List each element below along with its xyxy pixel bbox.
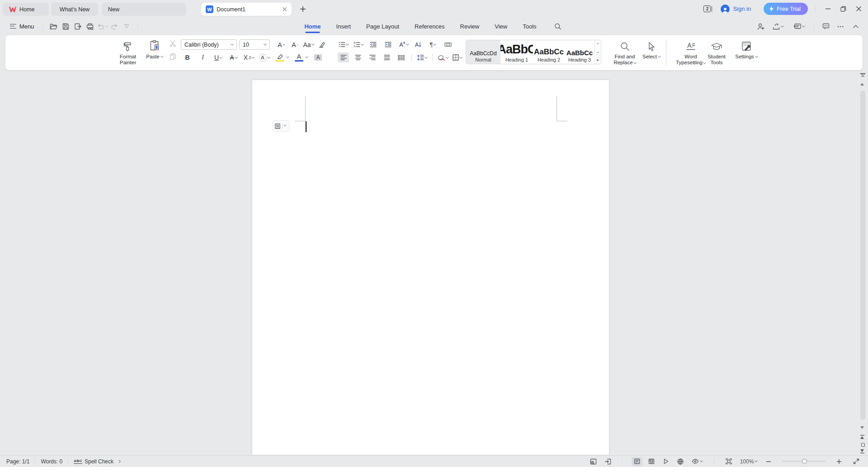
- select-button[interactable]: Select: [640, 39, 663, 60]
- change-case-button[interactable]: Aa: [303, 40, 314, 50]
- text-effects-dropdown-icon[interactable]: [267, 55, 270, 58]
- highlight-dropdown-icon[interactable]: [286, 55, 289, 58]
- formatting-marks-dropdown-icon[interactable]: [433, 42, 436, 45]
- format-painter-button[interactable]: Format Painter: [114, 39, 142, 66]
- find-replace-button[interactable]: Find and Replace: [610, 39, 639, 66]
- fullscreen-button[interactable]: [851, 457, 862, 466]
- zoom-dropdown-icon[interactable]: [755, 459, 758, 462]
- hide-toolbars-button[interactable]: [689, 457, 705, 466]
- add-shortcut-dropdown-icon[interactable]: [802, 24, 805, 27]
- paste-dropdown-icon[interactable]: [160, 55, 164, 58]
- outline-view-button[interactable]: [646, 457, 657, 466]
- style-heading-2[interactable]: AaBbCc Heading 2: [533, 40, 565, 64]
- settings-button[interactable]: Settings: [731, 39, 761, 60]
- vertical-scrollbar[interactable]: [859, 70, 867, 455]
- document-area[interactable]: [0, 70, 868, 455]
- align-center-button[interactable]: [352, 52, 363, 62]
- paste-button[interactable]: Paste: [144, 39, 165, 60]
- hide-toolbars-dropdown-icon[interactable]: [700, 459, 703, 462]
- tab-home[interactable]: Home: [304, 18, 321, 35]
- bold-button[interactable]: B: [182, 52, 193, 62]
- character-shading-button[interactable]: A: [312, 52, 324, 62]
- tab-insert[interactable]: Insert: [336, 18, 351, 35]
- menu-button[interactable]: Menu: [6, 23, 38, 30]
- page-view-button[interactable]: [632, 457, 642, 466]
- align-left-button[interactable]: [338, 52, 349, 62]
- undo-dropdown-icon[interactable]: [104, 24, 108, 27]
- font-size-select[interactable]: 10: [239, 39, 270, 50]
- font-color-dropdown-icon[interactable]: [305, 55, 308, 58]
- copy-button[interactable]: [167, 52, 178, 61]
- new-tab[interactable]: New: [102, 3, 186, 16]
- style-normal[interactable]: AaBbCcDd Normal: [466, 40, 500, 64]
- zoom-slider-handle[interactable]: [802, 459, 807, 464]
- character-scaling-dropdown-icon[interactable]: [406, 42, 409, 45]
- underline-button[interactable]: U: [212, 52, 224, 62]
- strikethrough-dropdown-icon[interactable]: [235, 55, 238, 58]
- customize-quick-access-button[interactable]: [121, 20, 133, 32]
- grow-font-button[interactable]: A+: [276, 40, 287, 50]
- sort-button[interactable]: [412, 39, 424, 49]
- document-tab-close-icon[interactable]: [282, 7, 287, 12]
- search-icon[interactable]: [552, 23, 564, 30]
- styles-scroll-down-icon[interactable]: [597, 51, 599, 53]
- bullets-dropdown-icon[interactable]: [345, 42, 349, 45]
- styles-more-icon[interactable]: [597, 58, 599, 61]
- add-shortcut-button[interactable]: [789, 20, 808, 32]
- document-tab[interactable]: W Document1: [201, 3, 292, 16]
- zoom-slider[interactable]: [782, 461, 826, 462]
- tab-review[interactable]: Review: [460, 18, 480, 35]
- page-indicator[interactable]: Page: 1/1: [6, 458, 29, 465]
- character-scaling-button[interactable]: [397, 39, 409, 49]
- zoom-out-button[interactable]: [763, 457, 774, 466]
- tab-page-layout[interactable]: Page Layout: [366, 18, 399, 35]
- jump-to-page-button[interactable]: [602, 457, 613, 466]
- strikethrough-button[interactable]: A: [228, 52, 239, 62]
- account-avatar[interactable]: [721, 5, 730, 14]
- styles-scroll-up-icon[interactable]: [597, 43, 599, 46]
- tab-references[interactable]: References: [415, 18, 444, 35]
- numbering-button[interactable]: [353, 39, 364, 49]
- distribute-text-button[interactable]: [396, 52, 407, 62]
- highlight-color-button[interactable]: [274, 52, 286, 62]
- text-effects-button[interactable]: A: [259, 52, 270, 62]
- collapse-ribbon-button[interactable]: [849, 20, 862, 32]
- spell-check-button[interactable]: ABC Spell Check: [74, 458, 120, 465]
- justify-button[interactable]: [381, 52, 392, 62]
- save-button[interactable]: [60, 20, 72, 32]
- tab-settings-button[interactable]: [442, 39, 453, 49]
- settings-dropdown-icon[interactable]: [755, 55, 758, 58]
- free-trial-button[interactable]: Free Trial: [764, 3, 808, 15]
- line-spacing-button[interactable]: [416, 52, 428, 62]
- web-layout-button[interactable]: [675, 457, 686, 466]
- fit-page-button[interactable]: [723, 457, 734, 466]
- read-mode-button[interactable]: [660, 457, 671, 466]
- window-count-badge[interactable]: 2: [703, 5, 712, 12]
- sign-in-link[interactable]: Sign in: [733, 5, 751, 12]
- comment-button[interactable]: [820, 20, 832, 32]
- spell-check-expand-icon[interactable]: [118, 460, 121, 463]
- style-heading-3[interactable]: AaBbCc Heading 3: [565, 40, 594, 64]
- italic-button[interactable]: I: [197, 52, 208, 62]
- select-dropdown-icon[interactable]: [658, 55, 661, 58]
- decrease-indent-button[interactable]: [368, 39, 379, 49]
- print-preview-button[interactable]: [84, 20, 96, 32]
- tab-view[interactable]: View: [495, 18, 507, 35]
- font-color-button[interactable]: A: [293, 52, 305, 62]
- show-formatting-marks-button[interactable]: ¶: [427, 39, 439, 49]
- superscript-button[interactable]: X2: [243, 52, 255, 62]
- style-heading-1[interactable]: AaBbC Heading 1: [500, 40, 533, 64]
- find-replace-dropdown-icon[interactable]: [633, 61, 637, 64]
- borders-button[interactable]: [452, 52, 463, 62]
- change-case-dropdown-icon[interactable]: [311, 43, 315, 46]
- invite-collaborator-button[interactable]: [755, 20, 767, 32]
- line-spacing-dropdown-icon[interactable]: [425, 55, 428, 58]
- zoom-level-button[interactable]: 100%: [738, 457, 760, 466]
- increase-indent-button[interactable]: [382, 39, 394, 49]
- close-window-button[interactable]: [851, 3, 866, 15]
- ruler-toggle-icon[interactable]: [860, 72, 866, 77]
- whats-new-tab[interactable]: What's New: [51, 3, 98, 16]
- undo-button[interactable]: [96, 20, 108, 32]
- more-options-button[interactable]: ···: [835, 20, 847, 32]
- tab-tools[interactable]: Tools: [523, 18, 536, 35]
